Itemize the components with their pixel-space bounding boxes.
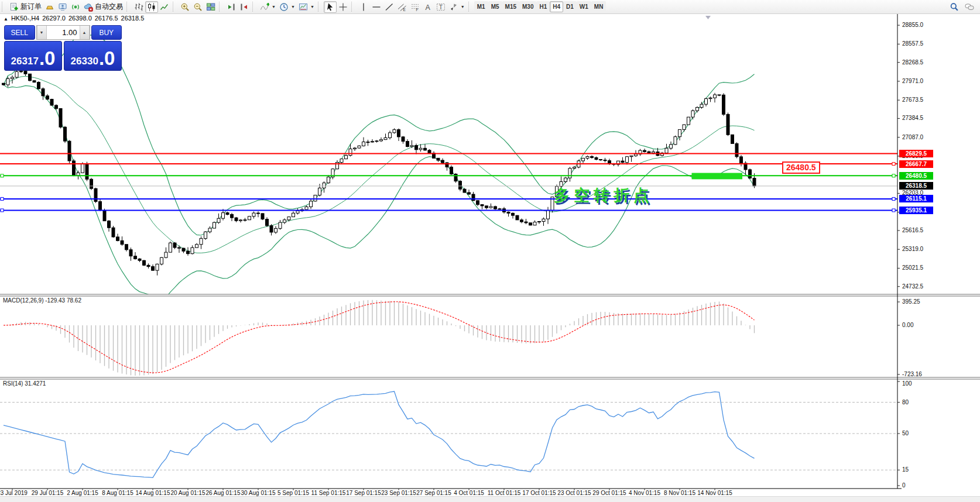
timeframe-mn-button[interactable]: MN — [591, 1, 606, 12]
price-axis-label: 25021.5 — [902, 264, 923, 271]
autotrading-button[interactable]: 自动交易 — [82, 1, 125, 13]
timeframe-m5-button[interactable]: M5 — [488, 1, 502, 12]
timeframe-w1-button[interactable]: W1 — [577, 1, 591, 12]
low-value: 26176.5 — [95, 15, 118, 22]
buy-button[interactable]: BUY — [91, 25, 122, 40]
date-axis-label: 20 Aug 01:15 — [171, 490, 205, 496]
autotrading-label: 自动交易 — [95, 2, 123, 12]
date-axis-label: 29 Jul 01:15 — [32, 490, 64, 496]
market-button[interactable] — [43, 1, 56, 13]
price-callout-box: 26480.5 — [782, 161, 820, 174]
template-button[interactable]: ▼ — [297, 1, 316, 13]
highlight-rectangle-object[interactable] — [692, 173, 743, 180]
timeframe-m1-button[interactable]: M1 — [474, 1, 488, 12]
autotrading-icon — [84, 2, 93, 12]
line-chart-button[interactable] — [158, 1, 171, 13]
one-click-trading-panel: SELL ▼ ▲ BUY 26317.0 26330.0 — [4, 25, 122, 71]
text-label-button[interactable]: T — [434, 1, 447, 13]
rsi-panel — [0, 391, 897, 477]
date-axis-label: 2 Aug 01:15 — [67, 490, 98, 496]
zoom-in-button[interactable] — [179, 1, 191, 13]
date-axis-label: 8 Nov 01:15 — [664, 490, 695, 496]
search-icon[interactable] — [950, 2, 959, 12]
chat-icon[interactable] — [965, 2, 974, 12]
trendline-button[interactable] — [383, 1, 396, 13]
candles[interactable] — [2, 69, 756, 276]
candlestick-button[interactable] — [145, 1, 158, 13]
macd-scale-label: -723.16 — [902, 371, 922, 377]
svg-text:T: T — [439, 4, 443, 11]
rsi-scale-label: 15 — [902, 466, 909, 473]
price-line-badge: 26480.5 — [899, 172, 933, 180]
signals-button[interactable] — [69, 1, 82, 13]
toolbar-separator — [219, 2, 222, 12]
fibonacci-button[interactable]: F — [409, 1, 422, 13]
macd-signal-line — [4, 302, 755, 373]
cursor-button[interactable] — [324, 1, 337, 13]
crosshair-button[interactable] — [337, 1, 349, 13]
autoscroll-button[interactable] — [225, 1, 238, 13]
zoom-out-icon — [193, 2, 203, 12]
dropdown-caret-icon[interactable]: ▼ — [291, 5, 295, 9]
toolbar-separator — [351, 2, 355, 12]
timeframe-m30-button[interactable]: M30 — [519, 1, 536, 12]
text-icon: A — [423, 2, 433, 12]
zoom-out-button[interactable] — [191, 1, 204, 13]
channel-icon: E — [398, 2, 407, 12]
horizontal-line-button[interactable] — [370, 1, 383, 13]
macd-panel — [4, 300, 755, 376]
date-axis-label: 27 Sep 01:15 — [416, 490, 451, 496]
high-value: 26398.0 — [68, 15, 92, 22]
vertical-line-button[interactable] — [357, 1, 370, 13]
line-handle[interactable] — [892, 163, 895, 166]
price-axis-label: 28855.0 — [902, 22, 923, 28]
dropdown-caret-icon[interactable]: ▼ — [461, 5, 465, 9]
dropdown-caret-icon[interactable]: ▼ — [310, 5, 314, 9]
price-axis-label: 27971.0 — [902, 78, 923, 84]
channel-button[interactable]: E — [396, 1, 409, 13]
buy-price[interactable]: 26330.0 — [64, 41, 122, 71]
volume-input[interactable] — [47, 26, 80, 39]
volume-increase-button[interactable]: ▲ — [80, 26, 90, 39]
line-handle[interactable] — [892, 174, 895, 177]
chart-shift-button[interactable] — [238, 1, 251, 13]
date-axis-label: 11 Sep 01:15 — [311, 490, 346, 496]
timeframe-h4-button[interactable]: H4 — [550, 1, 563, 12]
dropdown-caret-icon[interactable]: ▼ — [272, 5, 276, 9]
date-axis-label: 29 Oct 01:15 — [592, 490, 626, 496]
community-button[interactable] — [56, 1, 69, 13]
line-handle[interactable] — [1, 209, 4, 212]
arrows-button[interactable]: ▼ — [447, 1, 467, 13]
price-axis-label: 25319.0 — [902, 246, 923, 252]
tile-windows-icon — [206, 2, 215, 12]
timeframe-d1-button[interactable]: D1 — [563, 1, 577, 12]
sell-price[interactable]: 26317.0 — [4, 41, 62, 71]
price-line-badge: 26115.1 — [899, 195, 933, 202]
line-handle[interactable] — [1, 174, 4, 177]
timeframe-h1-button[interactable]: H1 — [536, 1, 550, 12]
date-axis-label: 30 Aug 01:15 — [241, 490, 276, 496]
line-handle[interactable] — [892, 209, 895, 212]
text-button[interactable]: A — [422, 1, 434, 13]
bar-chart-icon — [134, 2, 143, 12]
price-axis-label: 27087.0 — [902, 134, 923, 140]
fibonacci-icon: F — [410, 2, 420, 12]
collapse-trade-panel-icon[interactable]: ▲ — [4, 16, 8, 22]
sell-button[interactable]: SELL — [4, 25, 35, 40]
periods-button[interactable]: ▼ — [277, 1, 297, 13]
bar-chart-button[interactable] — [132, 1, 145, 13]
close-value: 26318.5 — [121, 15, 145, 22]
svg-text:A: A — [425, 3, 430, 11]
new-order-icon — [9, 2, 19, 12]
new-order-button[interactable]: 新订单 — [8, 1, 43, 13]
periods-icon — [279, 2, 289, 12]
line-handle[interactable] — [892, 197, 895, 200]
line-handle[interactable] — [1, 197, 4, 200]
open-value: 26297.0 — [42, 15, 66, 22]
svg-text:E: E — [403, 7, 406, 11]
tile-windows-button[interactable] — [204, 1, 217, 13]
volume-decrease-button[interactable]: ▼ — [37, 26, 47, 39]
timeframe-m15-button[interactable]: M15 — [502, 1, 519, 12]
indicators-button[interactable]: ▼ — [258, 1, 277, 13]
chart-canvas[interactable] — [0, 14, 980, 496]
